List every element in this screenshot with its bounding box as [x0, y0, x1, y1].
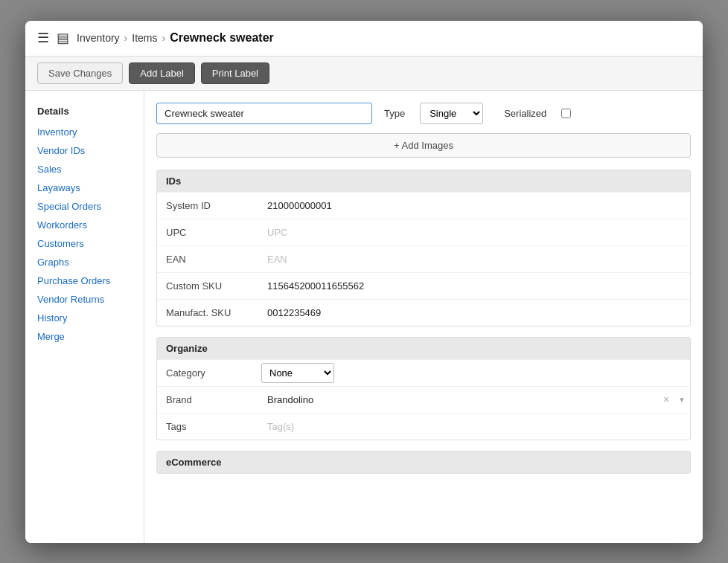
header: ☰ ▤ Inventory › Items › Crewneck sweater	[25, 21, 703, 57]
manufact-sku-value: 0012235469	[261, 307, 690, 318]
organize-section-header: Organize	[157, 338, 690, 359]
custom-sku-value: 115645200011655562	[261, 280, 690, 292]
item-header-row: Type Single Bundle Variable Serialized	[156, 103, 691, 124]
sidebar-item-vendor-returns[interactable]: Vendor Returns	[25, 290, 144, 309]
breadcrumb: Inventory › Items › Crewneck sweater	[77, 31, 274, 45]
brand-clear-icon[interactable]: ×	[659, 394, 674, 405]
ecommerce-section: eCommerce	[156, 451, 691, 474]
field-row-category: Category None Clothing Electronics Other	[157, 359, 690, 386]
upc-input[interactable]	[261, 224, 690, 241]
sidebar-item-inventory[interactable]: Inventory	[25, 123, 144, 141]
sidebar-item-merge[interactable]: Merge	[25, 327, 144, 346]
field-row-ean: EAN	[157, 245, 690, 272]
system-id-value: 210000000001	[261, 200, 690, 211]
breadcrumb-sep2: ›	[162, 32, 166, 44]
main-layout: Details Inventory Vendor IDs Sales Layaw…	[25, 91, 703, 543]
ids-section: IDs System ID 210000000001 UPC EAN Custo…	[156, 170, 691, 326]
logo-icon: ▤	[57, 30, 69, 46]
breadcrumb-current: Crewneck sweater	[170, 31, 274, 45]
tags-input[interactable]	[261, 418, 690, 435]
type-label: Type	[384, 108, 405, 119]
organize-section: Organize Category None Clothing Electron…	[156, 337, 691, 440]
field-row-upc: UPC	[157, 219, 690, 245]
field-row-system-id: System ID 210000000001	[157, 192, 690, 219]
field-row-manufact-sku: Manufact. SKU 0012235469	[157, 299, 690, 326]
tags-label: Tags	[157, 421, 261, 432]
hamburger-icon[interactable]: ☰	[37, 30, 49, 46]
brand-label: Brand	[157, 394, 261, 405]
content-area: Type Single Bundle Variable Serialized +…	[144, 91, 703, 543]
sidebar-item-vendor-ids[interactable]: Vendor IDs	[25, 141, 144, 160]
sidebar-item-layaways[interactable]: Layaways	[25, 178, 144, 197]
category-select[interactable]: None Clothing Electronics Other	[261, 363, 334, 383]
type-select[interactable]: Single Bundle Variable	[420, 103, 483, 124]
ecommerce-section-header: eCommerce	[157, 451, 690, 473]
ids-section-header: IDs	[157, 170, 690, 192]
serialized-checkbox[interactable]	[561, 109, 571, 118]
sidebar-item-history[interactable]: History	[25, 309, 144, 327]
sidebar-section-title: Details	[25, 103, 144, 123]
breadcrumb-sep1: ›	[124, 32, 128, 44]
add-images-button[interactable]: + Add Images	[156, 133, 691, 158]
breadcrumb-inventory[interactable]: Inventory	[77, 32, 120, 44]
brand-value: Brandolino	[261, 394, 659, 405]
upc-label: UPC	[157, 227, 261, 238]
manufact-sku-label: Manufact. SKU	[157, 307, 261, 318]
add-label-button[interactable]: Add Label	[129, 62, 195, 84]
sidebar-item-purchase-orders[interactable]: Purchase Orders	[25, 271, 144, 290]
field-row-custom-sku: Custom SKU 115645200011655562	[157, 272, 690, 299]
breadcrumb-items[interactable]: Items	[132, 32, 157, 44]
sidebar-item-sales[interactable]: Sales	[25, 160, 144, 178]
brand-field: Brandolino × ▼	[261, 394, 690, 405]
system-id-label: System ID	[157, 200, 261, 211]
item-name-input[interactable]	[156, 103, 372, 124]
sidebar-item-graphs[interactable]: Graphs	[25, 253, 144, 271]
sidebar-item-special-orders[interactable]: Special Orders	[25, 197, 144, 216]
field-row-brand: Brand Brandolino × ▼	[157, 386, 690, 413]
brand-dropdown-icon[interactable]: ▼	[674, 396, 690, 404]
sidebar: Details Inventory Vendor IDs Sales Layaw…	[25, 91, 144, 543]
print-label-button[interactable]: Print Label	[201, 62, 269, 84]
sidebar-item-customers[interactable]: Customers	[25, 234, 144, 253]
app-window: ☰ ▤ Inventory › Items › Crewneck sweater…	[25, 21, 703, 543]
sidebar-item-workorders[interactable]: Workorders	[25, 216, 144, 234]
ean-label: EAN	[157, 254, 261, 265]
ean-input[interactable]	[261, 251, 690, 268]
category-label: Category	[157, 367, 261, 379]
field-row-tags: Tags	[157, 413, 690, 440]
toolbar: Save Changes Add Label Print Label	[25, 57, 703, 91]
custom-sku-label: Custom SKU	[157, 280, 261, 292]
save-changes-button[interactable]: Save Changes	[37, 62, 123, 84]
serialized-label: Serialized	[504, 108, 546, 119]
